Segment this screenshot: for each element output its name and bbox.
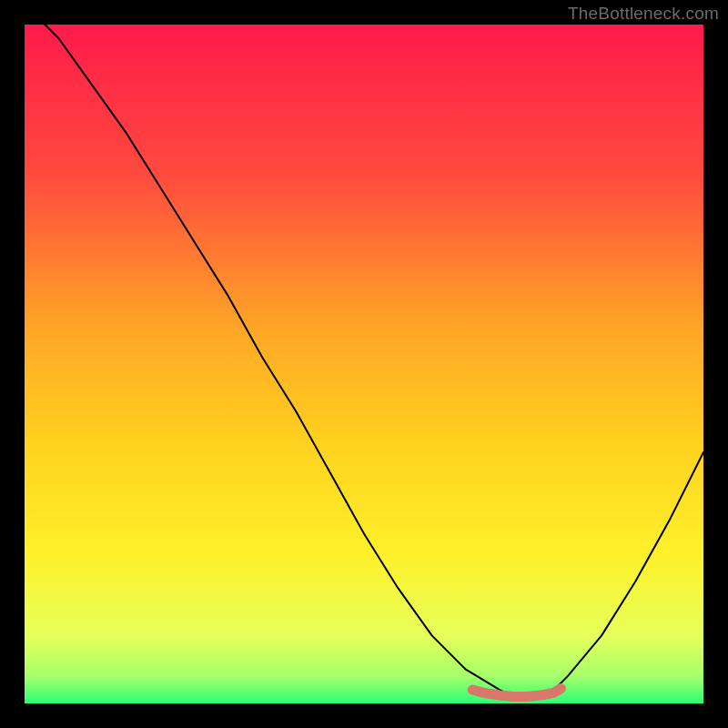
plot-area	[25, 25, 703, 703]
curve-layer	[25, 25, 703, 703]
trough-marker	[472, 689, 561, 697]
bottleneck-curve	[25, 25, 703, 697]
watermark-text: TheBottleneck.com	[568, 4, 719, 24]
chart-stage: TheBottleneck.com	[0, 0, 728, 728]
